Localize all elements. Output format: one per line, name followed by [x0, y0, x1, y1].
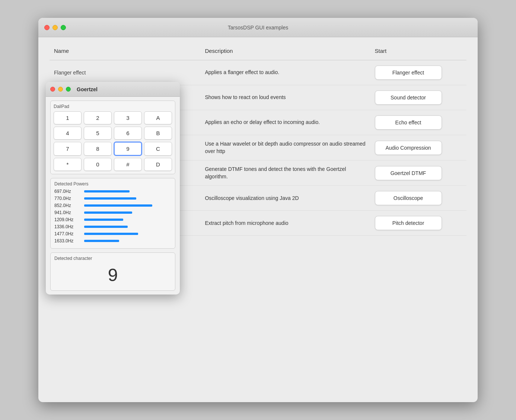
- char-legend: Detected character: [54, 256, 171, 261]
- power-bar-container: [84, 233, 171, 235]
- row-description: Shows how to react on loud events: [200, 85, 370, 110]
- row-name: Flanger effect: [50, 60, 200, 85]
- row-start: Pitch detector: [370, 211, 466, 236]
- key-*[interactable]: *: [54, 158, 82, 171]
- power-bar-container: [84, 240, 171, 242]
- key-C[interactable]: C: [144, 142, 172, 156]
- power-bar: [84, 204, 152, 207]
- key-3[interactable]: 3: [114, 111, 142, 124]
- key-D[interactable]: D: [144, 158, 172, 171]
- power-bar-container: [84, 226, 171, 228]
- power-freq-label: 1209.0Hz: [54, 217, 81, 222]
- popup-title: Goertzel: [77, 86, 98, 92]
- power-bar: [84, 226, 128, 228]
- row-start: Audio Compression: [370, 135, 466, 160]
- power-freq-label: 852.0Hz: [54, 203, 81, 208]
- power-bar-container: [84, 204, 171, 207]
- row-description: Oscilloscope visualization using Java 2D: [200, 186, 370, 211]
- power-freq-label: 770.0Hz: [54, 196, 81, 201]
- popup-close-button[interactable]: [50, 87, 55, 92]
- row-description: Applies a flanger effect to audio.: [200, 60, 370, 85]
- power-row: 1209.0Hz: [54, 217, 171, 222]
- power-bar: [84, 190, 130, 192]
- minimize-button[interactable]: [52, 25, 58, 30]
- row-description: Applies an echo or delay effect to incom…: [200, 110, 370, 135]
- power-freq-label: 941.0Hz: [54, 210, 81, 215]
- header-name: Name: [50, 45, 200, 60]
- powers-legend: Detected Powers: [54, 181, 171, 187]
- close-button[interactable]: [44, 25, 50, 30]
- key-4[interactable]: 4: [54, 127, 82, 140]
- row-description: Extract pitch from microphone audio: [200, 211, 370, 236]
- power-freq-label: 1336.0Hz: [54, 224, 81, 229]
- row-description: Use a Haar wavelet or bit depth audio co…: [200, 135, 370, 160]
- key-#[interactable]: #: [114, 158, 142, 171]
- main-window: TarsosDSP GUI examples Name Description …: [38, 18, 478, 402]
- power-bar-container: [84, 219, 171, 221]
- start-button-4[interactable]: Goertzel DTMF: [375, 166, 442, 180]
- power-row: 1633.0Hz: [54, 238, 171, 244]
- power-bar-container: [84, 197, 171, 200]
- header-description: Description: [200, 45, 370, 60]
- start-button-1[interactable]: Sound detector: [375, 90, 442, 105]
- power-bar: [84, 233, 138, 235]
- key-A[interactable]: A: [144, 111, 172, 124]
- start-button-2[interactable]: Echo effect: [375, 115, 442, 130]
- popup-maximize-button[interactable]: [66, 87, 71, 92]
- power-bar-container: [84, 190, 171, 192]
- power-bar: [84, 211, 132, 214]
- power-bar-container: [84, 211, 171, 214]
- power-row: 697.0Hz: [54, 189, 171, 194]
- char-group: Detected character 9: [50, 252, 175, 291]
- dailpad-legend: DailPad: [54, 104, 172, 109]
- power-freq-label: 1633.0Hz: [54, 238, 81, 244]
- powers-group: Detected Powers 697.0Hz 770.0Hz 852.0Hz …: [50, 178, 175, 249]
- power-bar: [84, 197, 136, 200]
- row-start: Echo effect: [370, 110, 466, 135]
- title-bar: TarsosDSP GUI examples: [38, 18, 478, 37]
- row-start: Sound detector: [370, 85, 466, 110]
- traffic-lights: [44, 25, 66, 30]
- row-start: Goertzel DTMF: [370, 160, 466, 186]
- header-start: Start: [370, 45, 466, 60]
- power-row: 770.0Hz: [54, 196, 171, 201]
- window-content: Name Description Start Flanger effect Ap…: [38, 37, 478, 402]
- power-row: 941.0Hz: [54, 210, 171, 215]
- power-row: 852.0Hz: [54, 203, 171, 208]
- start-button-6[interactable]: Pitch detector: [375, 216, 442, 230]
- key-1[interactable]: 1: [54, 111, 82, 124]
- row-description: Generate DTMF tones and detect the tones…: [200, 160, 370, 186]
- power-row: 1477.0Hz: [54, 231, 171, 236]
- keypad-grid: 123A456B789C*0#D: [54, 111, 172, 171]
- key-7[interactable]: 7: [54, 142, 82, 156]
- row-start: Flanger effect: [370, 60, 466, 85]
- power-bar: [84, 219, 123, 221]
- start-button-0[interactable]: Flanger effect: [375, 66, 442, 80]
- power-freq-label: 697.0Hz: [54, 189, 81, 194]
- powers-list: 697.0Hz 770.0Hz 852.0Hz 941.0Hz 1209.0Hz: [54, 189, 171, 244]
- power-row: 1336.0Hz: [54, 224, 171, 229]
- key-0[interactable]: 0: [84, 158, 112, 171]
- key-2[interactable]: 2: [84, 111, 112, 124]
- key-5[interactable]: 5: [84, 127, 112, 140]
- power-bar: [84, 240, 119, 242]
- key-B[interactable]: B: [144, 127, 172, 140]
- key-8[interactable]: 8: [84, 142, 112, 156]
- goertzel-popup: Goertzel DailPad 123A456B789C*0#D Detect…: [46, 82, 180, 295]
- power-freq-label: 1477.0Hz: [54, 231, 81, 236]
- key-6[interactable]: 6: [114, 127, 142, 140]
- detected-char-display: 9: [54, 262, 171, 287]
- popup-body: DailPad 123A456B789C*0#D Detected Powers…: [46, 97, 180, 295]
- window-title: TarsosDSP GUI examples: [228, 25, 288, 31]
- maximize-button[interactable]: [61, 25, 66, 30]
- table-row: Flanger effect Applies a flanger effect …: [50, 60, 466, 85]
- dailpad-group: DailPad 123A456B789C*0#D: [50, 101, 175, 174]
- start-button-5[interactable]: Oscilloscope: [375, 191, 442, 205]
- popup-minimize-button[interactable]: [58, 87, 63, 92]
- row-start: Oscilloscope: [370, 186, 466, 211]
- start-button-3[interactable]: Audio Compression: [375, 141, 442, 155]
- key-9[interactable]: 9: [114, 142, 142, 156]
- popup-title-bar: Goertzel: [46, 82, 180, 97]
